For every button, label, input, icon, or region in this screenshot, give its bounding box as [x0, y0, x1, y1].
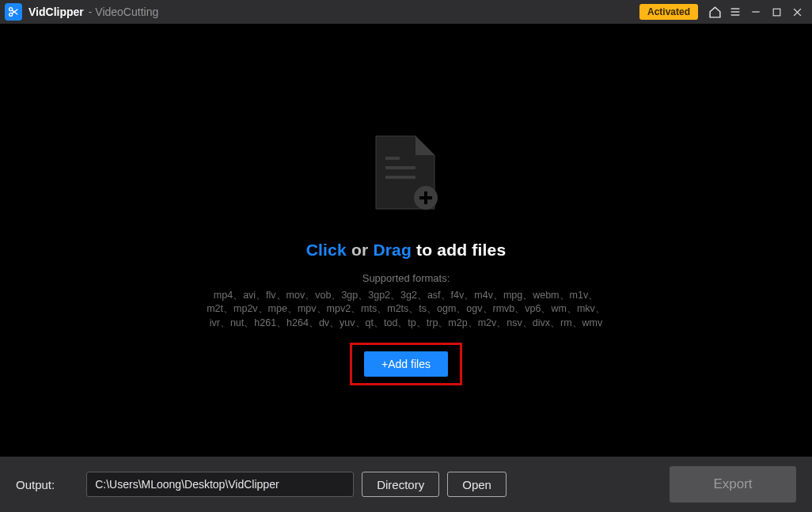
- headline-rest: to add files: [412, 241, 506, 259]
- app-subtitle: - VideoCutting: [89, 6, 158, 18]
- formats-line: ivr、nut、h261、h264、dv、yuv、qt、tod、tp、trp、m…: [207, 317, 605, 331]
- add-files-button[interactable]: +Add files: [364, 351, 448, 377]
- footer-bar: Output: Directory Open Export: [0, 457, 812, 512]
- output-label: Output:: [16, 478, 55, 491]
- minimize-icon[interactable]: [747, 3, 765, 21]
- menu-icon[interactable]: [727, 3, 744, 21]
- titlebar: VidClipper - VideoCutting Activated: [0, 0, 812, 24]
- app-name: VidClipper: [28, 6, 84, 18]
- headline-or: or: [347, 241, 373, 259]
- app-logo-icon: [5, 3, 22, 21]
- activated-badge[interactable]: Activated: [639, 4, 698, 20]
- formats-line: mp4、avi、flv、mov、vob、3gp、3gp2、3g2、asf、f4v…: [207, 289, 605, 303]
- formats-list: mp4、avi、flv、mov、vob、3gp、3gp2、3g2、asf、f4v…: [207, 289, 605, 331]
- svg-rect-12: [385, 166, 415, 169]
- headline-click: Click: [306, 241, 347, 259]
- add-files-highlight-frame: +Add files: [350, 343, 462, 385]
- output-path-input[interactable]: [86, 472, 354, 497]
- headline-drag: Drag: [373, 241, 412, 259]
- headline: Click or Drag to add files: [306, 241, 507, 260]
- formats-line: m2t、mp2v、mpe、mpv、mpv2、mts、m2ts、ts、ogm、og…: [207, 302, 605, 317]
- open-button[interactable]: Open: [447, 472, 507, 497]
- svg-rect-11: [385, 157, 400, 160]
- svg-rect-8: [773, 9, 780, 16]
- maximize-icon[interactable]: [768, 3, 785, 21]
- export-button[interactable]: Export: [670, 466, 796, 503]
- supported-formats-label: Supported formats:: [362, 272, 450, 284]
- home-icon[interactable]: [706, 3, 723, 21]
- file-add-icon: [374, 135, 438, 212]
- svg-rect-13: [385, 176, 415, 179]
- drop-zone[interactable]: Click or Drag to add files Supported for…: [0, 24, 812, 457]
- directory-button[interactable]: Directory: [362, 472, 439, 497]
- close-icon[interactable]: [788, 3, 806, 21]
